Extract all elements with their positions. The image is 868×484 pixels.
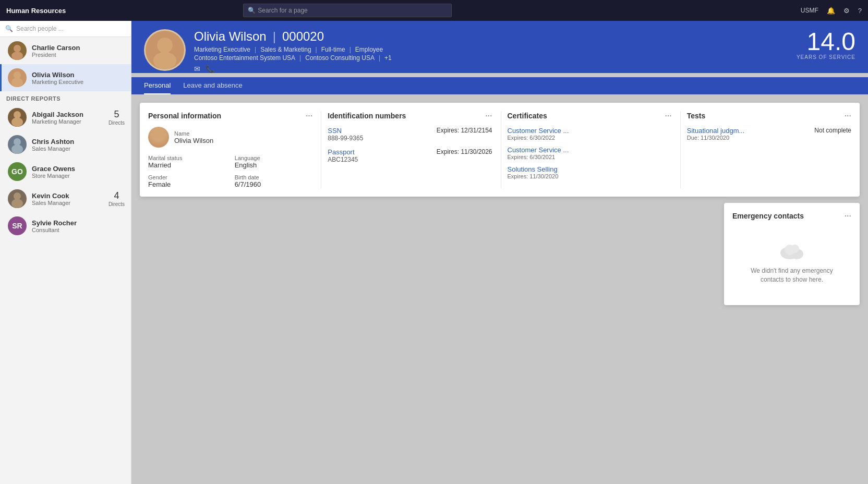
- help-icon[interactable]: ?: [858, 7, 862, 15]
- emergency-menu[interactable]: ···: [845, 211, 851, 221]
- sidebar-item-olivia[interactable]: Olivia Wilson Marketing Executive: [0, 64, 131, 91]
- person-name-abigail: Abigail Jackson: [32, 111, 103, 118]
- direct-reports-label: DIRECT REPORTS: [0, 91, 131, 104]
- tab-leave[interactable]: Leave and absence: [183, 77, 242, 94]
- profile-companies: Contoso Entertainment System USA | Conto…: [194, 54, 855, 62]
- ssn-number: 888-99-9365: [328, 135, 492, 142]
- people-search[interactable]: 🔍: [0, 21, 131, 37]
- tests-title: Tests: [687, 112, 706, 120]
- cert-expires-2: Expires: 11/30/2020: [508, 173, 672, 179]
- people-search-input[interactable]: [16, 25, 126, 32]
- gear-icon[interactable]: ⚙: [843, 7, 850, 15]
- user-label: USMF: [801, 7, 818, 14]
- ssn-expires: Expires: 12/31/2154: [437, 127, 492, 134]
- company-extra: +1: [384, 54, 392, 62]
- email-icon[interactable]: ✉: [194, 65, 200, 73]
- sidebar-item-kevin[interactable]: Kevin Cook Sales Manager 4 Directs: [0, 185, 131, 212]
- profile-id: 000020: [282, 29, 324, 44]
- certificates-header: Certificates ···: [508, 111, 672, 120]
- person-info-charlie: Charlie Carson President: [32, 44, 125, 58]
- id-entry-passport: Passport Expires: 11/30/2026 ABC12345: [328, 148, 492, 163]
- svg-point-2: [14, 71, 21, 79]
- passport-link[interactable]: Passport: [328, 148, 354, 156]
- cert-link-0[interactable]: Customer Service ...: [508, 127, 672, 135]
- cert-expires-0: Expires: 6/30/2022: [508, 135, 672, 141]
- personal-info-header: Personal information ···: [148, 111, 312, 120]
- person-name-chris: Chris Ashton: [32, 138, 125, 146]
- company-1: Contoso Entertainment System USA: [194, 54, 295, 62]
- id-entry-ssn: SSN Expires: 12/31/2154 888-99-9365: [328, 127, 492, 142]
- tab-personal[interactable]: Personal: [144, 77, 171, 94]
- test-due-0: Due: 11/30/2020: [687, 135, 851, 141]
- svg-point-16: [791, 245, 799, 253]
- birth-date-value: 6/7/1960: [235, 180, 313, 188]
- certificates-menu[interactable]: ···: [665, 111, 671, 120]
- avatar-abigail: [8, 108, 27, 127]
- avatar-sylvie: SR: [8, 216, 27, 235]
- global-search[interactable]: 🔍: [243, 4, 452, 17]
- avatar-chris: [8, 135, 27, 154]
- avatar-kevin: [8, 189, 27, 208]
- id-numbers-card: Identification numbers ··· SSN Expires: …: [328, 111, 501, 188]
- svg-point-7: [11, 144, 23, 154]
- sidebar-item-abigail[interactable]: Abigail Jackson Marketing Manager 5 Dire…: [0, 104, 131, 131]
- person-name-grace: Grace Owens: [32, 165, 125, 173]
- cert-expires-1: Expires: 6/30/2021: [508, 154, 672, 160]
- directs-kevin: 4 Directs: [108, 190, 125, 207]
- profile-title: Marketing Executive: [194, 46, 250, 53]
- profile-type: Full-time: [321, 46, 345, 53]
- bottom-spacer: [140, 203, 718, 305]
- sidebar-item-sylvie[interactable]: SR Sylvie Rocher Consultant: [0, 212, 131, 239]
- cards-row: Personal information ··· Name Olivia Wil…: [140, 103, 860, 197]
- emergency-header: Emergency contacts ···: [732, 211, 851, 221]
- person-name-kevin: Kevin Cook: [32, 192, 103, 200]
- tests-menu[interactable]: ···: [845, 111, 851, 120]
- years-badge: 14.0 YEARS OF SERVICE: [797, 29, 855, 60]
- cert-entry-1: Customer Service ... Expires: 6/30/2021: [508, 146, 672, 160]
- person-role-abigail: Marketing Manager: [32, 118, 103, 125]
- global-search-input[interactable]: [258, 7, 447, 14]
- profile-department: Sales & Marketing: [260, 46, 311, 53]
- svg-point-8: [14, 192, 21, 200]
- profile-header: Olivia Wilson | 000020 Marketing Executi…: [131, 21, 868, 73]
- sidebar-item-charlie[interactable]: Charlie Carson President: [0, 37, 131, 64]
- search-icon: 🔍: [5, 25, 13, 32]
- sidebar-item-grace[interactable]: GO Grace Owens Store Manager: [0, 158, 131, 185]
- person-info-olivia: Olivia Wilson Marketing Executive: [32, 71, 125, 85]
- svg-point-3: [11, 78, 23, 87]
- cert-link-2[interactable]: Solutions Selling: [508, 165, 672, 173]
- sidebar-item-chris[interactable]: Chris Ashton Sales Manager: [0, 131, 131, 158]
- profile-name-row: Olivia Wilson | 000020: [194, 29, 855, 44]
- personal-info-grid: Marital status Married Language English …: [148, 155, 312, 188]
- bell-icon[interactable]: 🔔: [827, 7, 835, 15]
- svg-point-9: [11, 199, 23, 208]
- id-numbers-menu[interactable]: ···: [485, 111, 492, 120]
- phone-icon[interactable]: 📞: [206, 65, 214, 73]
- language-value: English: [235, 161, 313, 169]
- person-role-grace: Store Manager: [32, 173, 125, 179]
- personal-info-card: Personal information ··· Name Olivia Wil…: [148, 111, 321, 188]
- svg-point-12: [153, 52, 176, 69]
- person-role-sylvie: Consultant: [32, 227, 125, 233]
- profile-meta: Marketing Executive | Sales & Marketing …: [194, 46, 855, 53]
- gender-label: Gender: [148, 174, 226, 180]
- gender-value: Female: [148, 180, 226, 188]
- profile-employment: Employee: [355, 46, 383, 53]
- personal-info-menu[interactable]: ···: [306, 111, 312, 120]
- name-label: Name: [174, 130, 213, 137]
- emergency-empty-text: We didn't find any emergency contacts to…: [741, 267, 843, 284]
- test-link-0[interactable]: Situational judgm...: [687, 127, 745, 135]
- ssn-link[interactable]: SSN: [328, 127, 342, 135]
- cert-entry-0: Customer Service ... Expires: 6/30/2022: [508, 127, 672, 141]
- profile-name: Olivia Wilson: [194, 29, 267, 44]
- person-role-olivia: Marketing Executive: [32, 79, 125, 85]
- cert-link-1[interactable]: Customer Service ...: [508, 146, 672, 154]
- svg-point-0: [14, 45, 21, 52]
- passport-number: ABC12345: [328, 156, 492, 163]
- search-icon: 🔍: [248, 7, 256, 14]
- company-2: Contoso Consulting USA: [305, 54, 375, 62]
- emergency-contacts-card: Emergency contacts ··· We didn't find an…: [724, 203, 860, 305]
- person-info-kevin: Kevin Cook Sales Manager: [32, 192, 103, 206]
- tests-card: Tests ··· Situational judgm... Not compl…: [687, 111, 851, 188]
- person-mini-avatar: [148, 127, 169, 148]
